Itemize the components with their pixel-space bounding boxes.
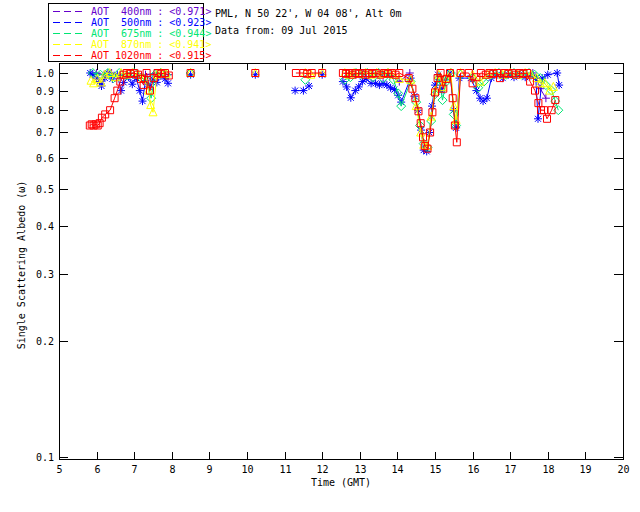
- legend-dash-line-icon: [53, 22, 86, 23]
- svg-text:19: 19: [579, 464, 591, 475]
- svg-text:15: 15: [429, 464, 441, 475]
- axes: [59, 63, 624, 460]
- legend-dash-line-icon: [53, 33, 86, 34]
- svg-text:10: 10: [241, 464, 253, 475]
- svg-text:0.1: 0.1: [36, 452, 54, 463]
- svg-text:0.6: 0.6: [36, 153, 54, 164]
- legend-item-label: AOT 400nm : <0.971>: [91, 6, 211, 17]
- y-axis-title: Single Scattering Albedo (ω): [16, 181, 27, 350]
- x-axis-title: Time (GMT): [311, 477, 371, 488]
- legend-dash-line-icon: [53, 44, 86, 45]
- svg-text:8: 8: [169, 464, 175, 475]
- legend-item-label: AOT 500nm : <0.923>: [91, 17, 211, 28]
- svg-text:0.7: 0.7: [36, 127, 54, 138]
- legend-item-870nm: AOT 870nm : <0.941>: [49, 39, 203, 50]
- data-series: [86, 69, 563, 156]
- svg-text:0.2: 0.2: [36, 336, 54, 347]
- svg-text:14: 14: [391, 464, 403, 475]
- svg-text:5: 5: [56, 464, 62, 475]
- data-date-title: Data from: 09 Jul 2015: [215, 25, 347, 36]
- svg-text:0.4: 0.4: [36, 221, 54, 232]
- svg-text:18: 18: [542, 464, 554, 475]
- legend-item-675nm: AOT 675nm : <0.944>: [49, 28, 203, 39]
- svg-text:0.5: 0.5: [36, 184, 54, 195]
- chart-canvas: 5678910111213141516171819201.00.90.80.70…: [0, 0, 640, 512]
- svg-text:0.3: 0.3: [36, 269, 54, 280]
- svg-text:17: 17: [504, 464, 516, 475]
- legend-item-label: AOT 1020nm : <0.915>: [91, 50, 211, 61]
- site-title: PML, N 50 22', W 04 08', Alt 0m: [215, 8, 402, 19]
- svg-text:12: 12: [316, 464, 328, 475]
- ssa-plot-screenshot: 5678910111213141516171819201.00.90.80.70…: [0, 0, 640, 512]
- legend-item-label: AOT 675nm : <0.944>: [91, 28, 211, 39]
- svg-text:7: 7: [131, 464, 137, 475]
- svg-text:0.8: 0.8: [36, 105, 54, 116]
- legend-dash-line-icon: [53, 55, 86, 56]
- axis-tick-labels: 5678910111213141516171819201.00.90.80.70…: [36, 68, 630, 475]
- svg-text:16: 16: [467, 464, 479, 475]
- svg-text:6: 6: [94, 464, 100, 475]
- legend: AOT 400nm : <0.971> AOT 500nm : <0.923> …: [48, 3, 204, 62]
- svg-text:13: 13: [354, 464, 366, 475]
- svg-text:11: 11: [279, 464, 291, 475]
- legend-item-400nm: AOT 400nm : <0.971>: [49, 6, 203, 17]
- svg-text:0.9: 0.9: [36, 86, 54, 97]
- legend-item-1020nm: AOT 1020nm : <0.915>: [49, 50, 203, 61]
- legend-item-label: AOT 870nm : <0.941>: [91, 39, 211, 50]
- legend-item-500nm: AOT 500nm : <0.923>: [49, 17, 203, 28]
- legend-dash-line-icon: [53, 11, 86, 12]
- svg-text:9: 9: [206, 464, 212, 475]
- svg-text:20: 20: [617, 464, 629, 475]
- svg-text:1.0: 1.0: [36, 68, 54, 79]
